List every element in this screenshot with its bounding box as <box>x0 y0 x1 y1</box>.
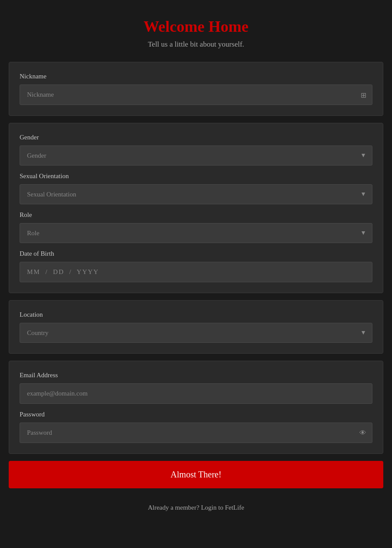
page-container: Welcome Home Tell us a little bit about … <box>9 9 383 520</box>
credentials-section: Email Address Password 👁 <box>9 361 383 454</box>
login-link-container: Already a member? Login to FetLife <box>9 495 383 520</box>
login-link[interactable]: Already a member? Login to FetLife <box>148 504 244 511</box>
email-label: Email Address <box>20 372 372 379</box>
sexual-orientation-label: Sexual Orientation <box>20 173 372 180</box>
location-label: Location <box>20 311 372 318</box>
sexual-orientation-select[interactable]: Sexual Orientation Straight Gay Bisexual… <box>20 184 372 204</box>
password-field-row: Password 👁 <box>20 411 372 443</box>
role-select[interactable]: Role Dominant Submissive Switch Other <box>20 223 372 243</box>
password-input[interactable] <box>20 423 372 443</box>
password-label: Password <box>20 411 372 418</box>
page-subtitle: Tell us a little bit about yourself. <box>9 40 383 49</box>
country-select[interactable]: Country United States United Kingdom Can… <box>20 323 372 343</box>
role-select-wrapper: Role Dominant Submissive Switch Other ▼ <box>20 223 372 243</box>
location-section: Location Country United States United Ki… <box>9 300 383 354</box>
email-field-row: Email Address <box>20 372 372 404</box>
gender-label: Gender <box>20 134 372 141</box>
dob-label: Date of Birth <box>20 250 372 257</box>
gender-select[interactable]: Gender Male Female Non-binary Other <box>20 145 372 166</box>
profile-section: Gender Gender Male Female Non-binary Oth… <box>9 123 383 293</box>
gender-field-row: Gender Gender Male Female Non-binary Oth… <box>20 134 372 166</box>
nickname-section: Nickname ⊞ <box>9 62 383 116</box>
role-field-row: Role Role Dominant Submissive Switch Oth… <box>20 211 372 243</box>
dob-input[interactable] <box>20 262 372 282</box>
header: Welcome Home Tell us a little bit about … <box>9 17 383 49</box>
page-title: Welcome Home <box>9 17 383 36</box>
gender-select-wrapper: Gender Male Female Non-binary Other ▼ <box>20 145 372 166</box>
nickname-input-wrapper: ⊞ <box>20 85 372 105</box>
sexual-orientation-field-row: Sexual Orientation Sexual Orientation St… <box>20 173 372 204</box>
nickname-label: Nickname <box>20 73 372 80</box>
role-label: Role <box>20 211 372 219</box>
country-select-wrapper: Country United States United Kingdom Can… <box>20 323 372 343</box>
submit-button[interactable]: Almost There! <box>9 461 383 488</box>
email-input[interactable] <box>20 383 372 404</box>
dob-field-row: Date of Birth <box>20 250 372 282</box>
nickname-input[interactable] <box>20 85 372 105</box>
sexual-orientation-select-wrapper: Sexual Orientation Straight Gay Bisexual… <box>20 184 372 204</box>
password-input-wrapper: 👁 <box>20 423 372 443</box>
